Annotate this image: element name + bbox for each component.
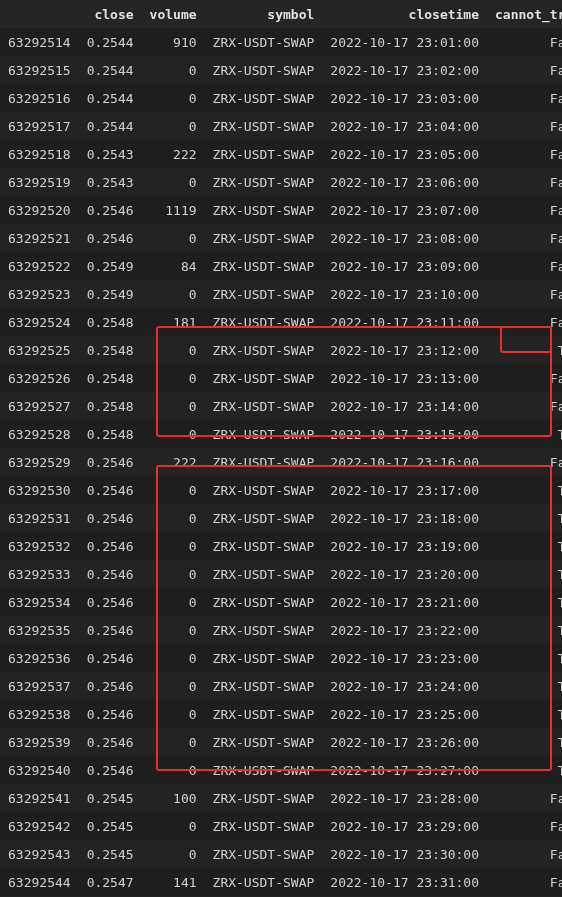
cell-cannot-trade: False — [487, 56, 562, 84]
cell-symbol: ZRX-USDT-SWAP — [205, 420, 323, 448]
cell-volume: 0 — [142, 392, 205, 420]
cell-close: 0.2548 — [79, 336, 142, 364]
table-row[interactable]: 632925370.25460ZRX-USDT-SWAP2022-10-17 2… — [0, 672, 562, 700]
cell-volume: 0 — [142, 672, 205, 700]
table-row[interactable]: 632925350.25460ZRX-USDT-SWAP2022-10-17 2… — [0, 616, 562, 644]
cell-cannot-trade: False — [487, 168, 562, 196]
cell-close: 0.2543 — [79, 168, 142, 196]
table-row[interactable]: 632925360.25460ZRX-USDT-SWAP2022-10-17 2… — [0, 644, 562, 672]
cell-cannot-trade: False — [487, 140, 562, 168]
cell-volume: 181 — [142, 308, 205, 336]
cell-index: 63292538 — [0, 700, 79, 728]
table-row[interactable]: 632925200.25461119ZRX-USDT-SWAP2022-10-1… — [0, 196, 562, 224]
table-row[interactable]: 632925210.25460ZRX-USDT-SWAP2022-10-17 2… — [0, 224, 562, 252]
cell-index: 63292534 — [0, 588, 79, 616]
cell-symbol: ZRX-USDT-SWAP — [205, 252, 323, 280]
cell-closetime: 2022-10-17 23:23:00 — [322, 644, 487, 672]
cell-cannot-trade: True — [487, 700, 562, 728]
cell-symbol: ZRX-USDT-SWAP — [205, 448, 323, 476]
table-row[interactable]: 632925270.25480ZRX-USDT-SWAP2022-10-17 2… — [0, 392, 562, 420]
cell-index: 63292523 — [0, 280, 79, 308]
cell-symbol: ZRX-USDT-SWAP — [205, 532, 323, 560]
cell-close: 0.2547 — [79, 868, 142, 896]
cell-volume: 0 — [142, 532, 205, 560]
cell-volume: 0 — [142, 112, 205, 140]
table-row[interactable]: 632925140.2544910ZRX-USDT-SWAP2022-10-17… — [0, 28, 562, 56]
cell-close: 0.2546 — [79, 728, 142, 756]
cell-index: 63292525 — [0, 336, 79, 364]
cell-closetime: 2022-10-17 23:09:00 — [322, 252, 487, 280]
cell-closetime: 2022-10-17 23:17:00 — [322, 476, 487, 504]
table-row[interactable]: 632925400.25460ZRX-USDT-SWAP2022-10-17 2… — [0, 756, 562, 784]
table-row[interactable]: 632925390.25460ZRX-USDT-SWAP2022-10-17 2… — [0, 728, 562, 756]
cell-closetime: 2022-10-17 23:12:00 — [322, 336, 487, 364]
cell-cannot-trade: True — [487, 336, 562, 364]
table-row[interactable]: 632925330.25460ZRX-USDT-SWAP2022-10-17 2… — [0, 560, 562, 588]
table-row[interactable]: 632925280.25480ZRX-USDT-SWAP2022-10-17 2… — [0, 420, 562, 448]
cell-closetime: 2022-10-17 23:31:00 — [322, 868, 487, 896]
cell-volume: 0 — [142, 504, 205, 532]
cell-close: 0.2546 — [79, 560, 142, 588]
table-row[interactable]: 632925340.25460ZRX-USDT-SWAP2022-10-17 2… — [0, 588, 562, 616]
cell-closetime: 2022-10-17 23:01:00 — [322, 28, 487, 56]
cell-cannot-trade: False — [487, 392, 562, 420]
cell-closetime: 2022-10-17 23:22:00 — [322, 616, 487, 644]
cell-symbol: ZRX-USDT-SWAP — [205, 560, 323, 588]
cell-closetime: 2022-10-17 23:21:00 — [322, 588, 487, 616]
cell-volume: 222 — [142, 448, 205, 476]
table-row[interactable]: 632925380.25460ZRX-USDT-SWAP2022-10-17 2… — [0, 700, 562, 728]
cell-index: 63292542 — [0, 812, 79, 840]
col-header-volume: volume — [142, 0, 205, 28]
cell-index: 63292517 — [0, 112, 79, 140]
cell-close: 0.2545 — [79, 812, 142, 840]
table-row[interactable]: 632925190.25430ZRX-USDT-SWAP2022-10-17 2… — [0, 168, 562, 196]
cell-volume: 0 — [142, 56, 205, 84]
cell-index: 63292537 — [0, 672, 79, 700]
cell-index: 63292539 — [0, 728, 79, 756]
cell-cannot-trade: True — [487, 672, 562, 700]
table-row[interactable]: 632925440.2547141ZRX-USDT-SWAP2022-10-17… — [0, 868, 562, 896]
cell-closetime: 2022-10-17 23:08:00 — [322, 224, 487, 252]
cell-cannot-trade: False — [487, 224, 562, 252]
cell-close: 0.2548 — [79, 420, 142, 448]
table-row[interactable]: 632925320.25460ZRX-USDT-SWAP2022-10-17 2… — [0, 532, 562, 560]
cell-close: 0.2544 — [79, 84, 142, 112]
cell-index: 63292540 — [0, 756, 79, 784]
table-row[interactable]: 632925410.2545100ZRX-USDT-SWAP2022-10-17… — [0, 784, 562, 812]
cell-volume: 0 — [142, 420, 205, 448]
cell-close: 0.2548 — [79, 308, 142, 336]
cell-closetime: 2022-10-17 23:20:00 — [322, 560, 487, 588]
cell-close: 0.2549 — [79, 280, 142, 308]
table-row[interactable]: 632925290.2546222ZRX-USDT-SWAP2022-10-17… — [0, 448, 562, 476]
cell-volume: 0 — [142, 364, 205, 392]
cell-cannot-trade: False — [487, 28, 562, 56]
table-row[interactable]: 632925240.2548181ZRX-USDT-SWAP2022-10-17… — [0, 308, 562, 336]
cell-closetime: 2022-10-17 23:04:00 — [322, 112, 487, 140]
cell-symbol: ZRX-USDT-SWAP — [205, 84, 323, 112]
cell-index: 63292533 — [0, 560, 79, 588]
table-row[interactable]: 632925180.2543222ZRX-USDT-SWAP2022-10-17… — [0, 140, 562, 168]
table-row[interactable]: 632925170.25440ZRX-USDT-SWAP2022-10-17 2… — [0, 112, 562, 140]
cell-symbol: ZRX-USDT-SWAP — [205, 616, 323, 644]
col-header-symbol: symbol — [205, 0, 323, 28]
table-row[interactable]: 632925230.25490ZRX-USDT-SWAP2022-10-17 2… — [0, 280, 562, 308]
table-row[interactable]: 632925160.25440ZRX-USDT-SWAP2022-10-17 2… — [0, 84, 562, 112]
table-row[interactable]: 632925220.254984ZRX-USDT-SWAP2022-10-17 … — [0, 252, 562, 280]
cell-symbol: ZRX-USDT-SWAP — [205, 644, 323, 672]
cell-close: 0.2545 — [79, 784, 142, 812]
table-row[interactable]: 632925430.25450ZRX-USDT-SWAP2022-10-17 2… — [0, 840, 562, 868]
cell-symbol: ZRX-USDT-SWAP — [205, 56, 323, 84]
table-row[interactable]: 632925420.25450ZRX-USDT-SWAP2022-10-17 2… — [0, 812, 562, 840]
table-row[interactable]: 632925300.25460ZRX-USDT-SWAP2022-10-17 2… — [0, 476, 562, 504]
cell-index: 63292530 — [0, 476, 79, 504]
cell-closetime: 2022-10-17 23:06:00 — [322, 168, 487, 196]
cell-cannot-trade: False — [487, 840, 562, 868]
cell-symbol: ZRX-USDT-SWAP — [205, 140, 323, 168]
cell-closetime: 2022-10-17 23:26:00 — [322, 728, 487, 756]
table-row[interactable]: 632925310.25460ZRX-USDT-SWAP2022-10-17 2… — [0, 504, 562, 532]
col-header-index — [0, 0, 79, 28]
table-row[interactable]: 632925260.25480ZRX-USDT-SWAP2022-10-17 2… — [0, 364, 562, 392]
table-row[interactable]: 632925150.25440ZRX-USDT-SWAP2022-10-17 2… — [0, 56, 562, 84]
cell-cannot-trade: False — [487, 364, 562, 392]
table-row[interactable]: 632925250.25480ZRX-USDT-SWAP2022-10-17 2… — [0, 336, 562, 364]
